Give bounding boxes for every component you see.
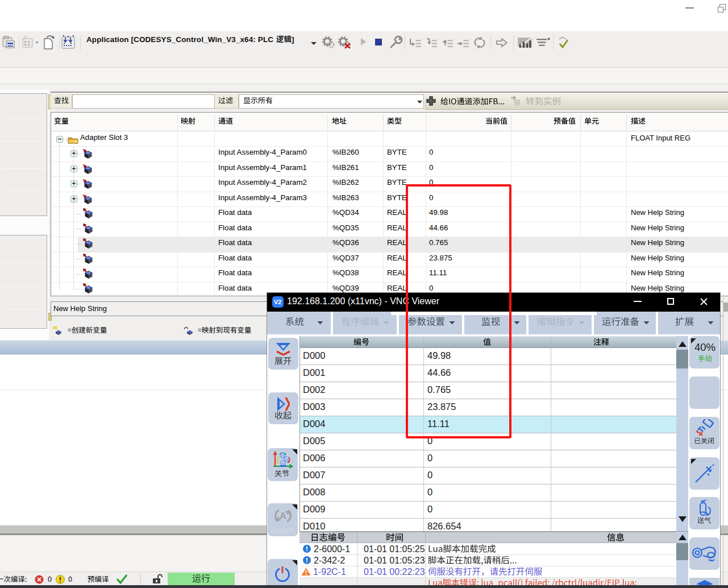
svg-text:A: A <box>280 511 286 521</box>
